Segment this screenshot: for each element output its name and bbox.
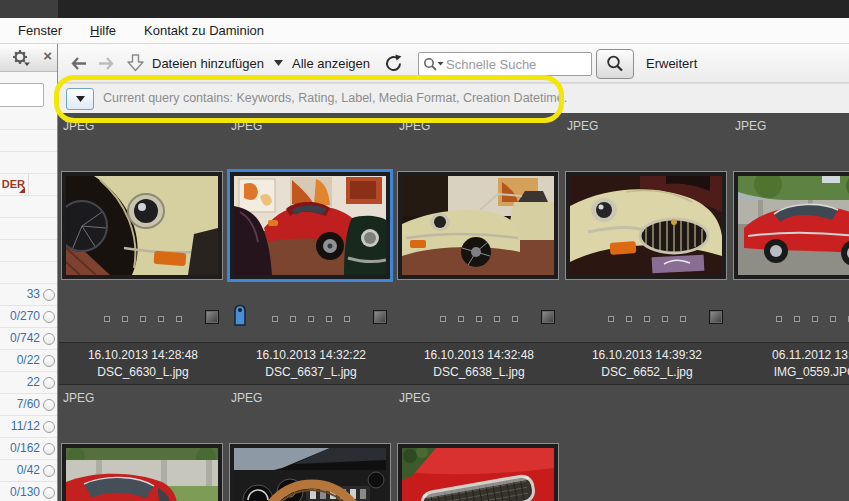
sidebar-filter-row[interactable]: 0/162 xyxy=(0,438,57,460)
asset-filename: DSC_6630_L.jpg xyxy=(59,365,227,379)
rating-dots[interactable] xyxy=(227,316,395,322)
menu-fenster[interactable]: Fenster xyxy=(18,23,62,38)
thumbnail-image[interactable] xyxy=(397,171,559,280)
back-button[interactable] xyxy=(70,44,87,82)
asset-cell[interactable]: JPEG xyxy=(227,385,395,501)
advanced-search-button[interactable]: Erweitert xyxy=(646,44,697,82)
filter-radio[interactable] xyxy=(43,399,55,411)
filter-count: 0/130 xyxy=(10,485,40,499)
filter-radio[interactable] xyxy=(43,465,55,477)
select-checkbox[interactable] xyxy=(541,310,555,324)
sidebar-filter-row[interactable]: 11/12 xyxy=(0,416,57,438)
filter-count: 22 xyxy=(27,375,40,389)
select-checkbox[interactable] xyxy=(205,310,219,324)
sidebar-empty-row xyxy=(0,218,57,240)
asset-date: 16.10.2013 14:32:22 xyxy=(227,348,395,362)
rating-dots[interactable] xyxy=(59,316,227,322)
filter-radio[interactable] xyxy=(43,377,55,389)
asset-filename: DSC_6638_L.jpg xyxy=(395,365,563,379)
sort-triangle-icon xyxy=(19,187,25,193)
asset-meta: 16.10.2013 14:32:48 DSC_6638_L.jpg xyxy=(395,342,563,385)
gear-icon[interactable] xyxy=(12,49,30,70)
filter-radio[interactable] xyxy=(43,289,55,301)
title-bar xyxy=(0,0,849,18)
sidebar-column-header-row[interactable]: DER xyxy=(0,174,57,196)
show-all-button[interactable]: Alle anzeigen xyxy=(292,44,370,82)
sidebar-filter-row[interactable]: 0/742 xyxy=(0,328,57,350)
sidebar-filter-row[interactable]: 0/130 xyxy=(0,482,57,501)
asset-filename: IMG_0559.JPG xyxy=(731,365,849,379)
filter-radio[interactable] xyxy=(43,487,55,499)
asset-meta: 16.10.2013 14:32:22 DSC_6637_L.jpg xyxy=(227,342,395,385)
refresh-icon[interactable] xyxy=(384,44,403,82)
filter-radio[interactable] xyxy=(43,443,55,455)
close-icon[interactable]: × xyxy=(43,47,52,65)
sidebar-empty-row xyxy=(0,196,57,218)
asset-filename: DSC_6637_L.jpg xyxy=(227,365,395,379)
asset-cell[interactable]: JPEG xyxy=(59,113,227,385)
filter-radio[interactable] xyxy=(43,355,55,367)
format-label: JPEG xyxy=(231,391,262,405)
asset-cell[interactable]: JPEG xyxy=(563,113,731,385)
search-icon xyxy=(423,57,444,72)
rating-dots[interactable] xyxy=(731,316,849,322)
filter-count: 33 xyxy=(27,287,40,301)
sidebar-empty-row xyxy=(0,240,57,262)
magnifier-icon xyxy=(606,55,624,73)
add-files-dropdown-icon[interactable] xyxy=(274,44,283,82)
filter-count: 7/60 xyxy=(17,397,40,411)
asset-date: 16.10.2013 14:39:32 xyxy=(563,348,731,362)
select-checkbox[interactable] xyxy=(373,310,387,324)
thumbnail-image[interactable] xyxy=(733,171,849,280)
search-input[interactable] xyxy=(444,56,578,73)
sidebar-filter-row[interactable]: 0/22 xyxy=(0,350,57,372)
thumbnail-image[interactable] xyxy=(565,171,727,280)
add-files-button[interactable]: Dateien hinzufügen xyxy=(152,44,264,82)
format-label: JPEG xyxy=(399,119,430,133)
sidebar-filter-row[interactable]: 22 xyxy=(0,372,57,394)
thumbnail-image[interactable] xyxy=(397,443,559,501)
forward-button[interactable] xyxy=(98,44,115,82)
thumbnail-image[interactable] xyxy=(61,443,223,501)
sidebar-filter-row[interactable]: 33 xyxy=(0,284,57,306)
asset-meta: 16.10.2013 14:28:48 DSC_6630_L.jpg xyxy=(59,342,227,385)
quick-search-box[interactable] xyxy=(418,52,592,76)
filter-radio[interactable] xyxy=(43,421,55,433)
menu-hilfe[interactable]: Hilfe xyxy=(90,23,116,38)
asset-cell-selected[interactable]: JPEG xyxy=(227,113,395,385)
column-divider xyxy=(28,174,29,195)
application-window: Fenster Hilfe Kontakt zu Daminion × xyxy=(0,0,849,501)
query-summary-text: Current query contains: Keywords, Rating… xyxy=(103,91,567,105)
asset-cell[interactable]: JPEG xyxy=(731,113,849,385)
thumbnail-image[interactable] xyxy=(227,169,393,282)
asset-cell[interactable]: JPEG xyxy=(59,385,227,501)
rating-dots[interactable] xyxy=(563,316,731,322)
thumbnail-image[interactable] xyxy=(229,443,391,501)
filter-count: 0/270 xyxy=(10,309,40,323)
sidebar-filter-input[interactable] xyxy=(0,83,44,107)
search-button[interactable] xyxy=(596,49,634,79)
asset-meta: 06.11.2012 13:0 IMG_0559.JPG xyxy=(731,342,849,385)
rating-dots[interactable] xyxy=(395,316,563,322)
query-dropdown-button[interactable] xyxy=(66,88,94,110)
sidebar-filter-row[interactable]: 7/60 xyxy=(0,394,57,416)
thumbnail-image[interactable] xyxy=(61,171,223,280)
menu-bar: Fenster Hilfe Kontakt zu Daminion xyxy=(0,18,849,44)
add-files-icon[interactable] xyxy=(126,44,145,82)
format-label: JPEG xyxy=(735,119,766,133)
asset-cell[interactable]: JPEG xyxy=(395,113,563,385)
sidebar-filter-row[interactable]: 0/42 xyxy=(0,460,57,482)
filter-count: 11/12 xyxy=(11,419,40,433)
asset-cell[interactable]: JPEG xyxy=(395,385,563,501)
menu-kontakt[interactable]: Kontakt zu Daminion xyxy=(144,23,264,38)
filter-radio[interactable] xyxy=(43,311,55,323)
filter-count: 0/162 xyxy=(10,441,40,455)
filter-radio[interactable] xyxy=(43,333,55,345)
sidebar-empty-row xyxy=(0,152,57,174)
format-label: JPEG xyxy=(63,119,94,133)
sidebar-filter-row[interactable]: 0/270 xyxy=(0,306,57,328)
thumbnail-grid: JPEG xyxy=(58,113,849,501)
select-checkbox[interactable] xyxy=(709,310,723,324)
sidebar-empty-row xyxy=(0,130,57,152)
left-sidebar: × DER 33 0/270 0/74 xyxy=(0,44,58,501)
